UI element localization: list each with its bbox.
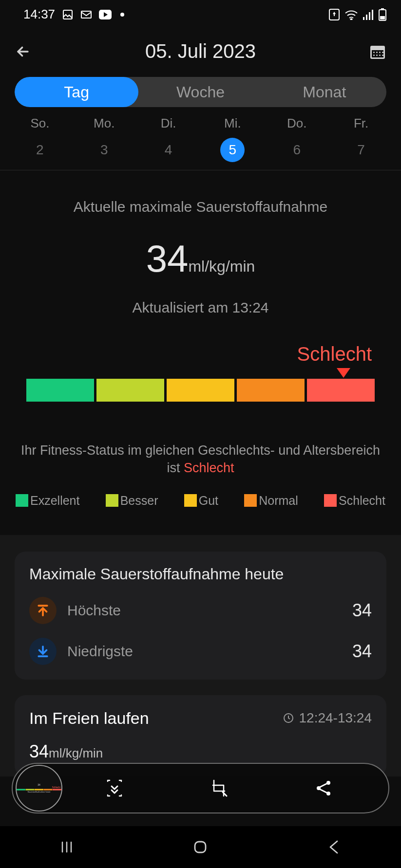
day-num: 4 xyxy=(156,138,181,162)
day-col[interactable]: Do. 6 xyxy=(265,116,329,162)
crop-edit-button[interactable] xyxy=(209,778,229,798)
vo2-updated: Aktualisiert am 13:24 xyxy=(15,299,386,316)
svg-point-17 xyxy=(382,52,383,53)
day-col[interactable]: Mi. 5 xyxy=(200,116,265,162)
legend-label: Gut xyxy=(199,494,218,508)
rating-legend: Exzellent Besser Gut Normal Schlecht xyxy=(0,494,401,508)
day-num: 7 xyxy=(349,138,373,162)
svg-rect-5 xyxy=(363,17,364,20)
activity-value-num: 34 xyxy=(29,741,49,761)
today-vo2-card: Maximale Sauerstoffaufnahme heute Höchst… xyxy=(15,552,386,680)
fitness-status-text: Ihr Fitness-Status im gleichen Geschlech… xyxy=(0,442,401,477)
svg-point-20 xyxy=(379,55,381,56)
svg-point-14 xyxy=(373,52,375,53)
rating-section: Schlecht xyxy=(0,343,401,402)
svg-rect-6 xyxy=(366,15,367,20)
clock-icon xyxy=(283,712,294,724)
status-time: 14:37 xyxy=(23,7,55,22)
day-col[interactable]: So. 2 xyxy=(8,116,72,162)
activity-time-text: 12:24-13:24 xyxy=(299,710,372,726)
battery-icon xyxy=(379,8,386,21)
day-col[interactable]: Di. 4 xyxy=(136,116,201,162)
youtube-icon xyxy=(99,10,112,19)
home-button[interactable] xyxy=(191,838,209,856)
scroll-capture-button[interactable] xyxy=(105,778,124,798)
day-abbr: Mo. xyxy=(94,116,115,131)
day-abbr: Mi. xyxy=(224,116,241,131)
svg-rect-1 xyxy=(81,11,91,18)
nav-back-button[interactable] xyxy=(325,838,343,856)
row-value: 34 xyxy=(352,641,372,662)
day-col[interactable]: Mo. 3 xyxy=(72,116,136,162)
today-card-title: Maximale Sauerstoffaufnahme heute xyxy=(29,565,372,583)
row-value: 34 xyxy=(352,600,372,621)
arrow-up-icon xyxy=(29,597,57,624)
svg-rect-8 xyxy=(372,10,373,20)
day-selector: So. 2 Mo. 3 Di. 4 Mi. 5 Do. 6 Fr. 7 xyxy=(0,107,401,162)
screenshot-thumbnail[interactable]: 34 Schlecht Sauerstoffaufnahme heute xyxy=(16,765,62,812)
rating-bar xyxy=(26,379,375,402)
legend-sw-good xyxy=(184,494,197,507)
vo2-value: 34 xyxy=(146,237,189,280)
activity-time: 12:24-13:24 xyxy=(283,710,372,726)
recent-apps-button[interactable] xyxy=(58,838,76,856)
rating-seg-excellent xyxy=(26,379,94,402)
activity-value-unit: ml/kg/min xyxy=(49,746,103,760)
tab-day[interactable]: Tag xyxy=(15,77,138,107)
rating-seg-bad xyxy=(307,379,375,402)
vo2-section: Aktuelle maximale Sauerstoffaufnahme 34m… xyxy=(0,170,401,316)
android-navbar xyxy=(0,826,401,868)
row-highest: Höchste 34 xyxy=(29,597,372,624)
legend-sw-better xyxy=(106,494,118,507)
legend-label: Besser xyxy=(120,494,158,508)
rating-seg-better xyxy=(96,379,164,402)
day-num: 5 xyxy=(220,138,245,162)
tab-week[interactable]: Woche xyxy=(138,77,262,107)
rating-label: Schlecht xyxy=(26,343,375,365)
day-num: 3 xyxy=(92,138,116,162)
wifi-icon xyxy=(344,9,358,20)
signal-icon xyxy=(363,9,374,20)
day-abbr: Do. xyxy=(287,116,306,131)
status-value: Schlecht xyxy=(184,461,234,475)
panel-area: Maximale Sauerstoffaufnahme heute Höchst… xyxy=(0,535,401,776)
legend-label: Schlecht xyxy=(339,494,385,508)
back-button[interactable] xyxy=(15,43,36,60)
recycle-icon xyxy=(329,9,340,20)
legend-sw-excellent xyxy=(16,494,28,507)
activity-title: Im Freien laufen xyxy=(29,709,149,728)
legend-label: Exzellent xyxy=(30,494,79,508)
row-lowest: Niedrigste 34 xyxy=(29,638,372,665)
page-title: 05. Juli 2023 xyxy=(36,40,365,62)
svg-rect-0 xyxy=(63,10,72,19)
calendar-button[interactable] xyxy=(365,43,386,60)
dot-icon xyxy=(120,13,124,17)
rating-seg-good xyxy=(167,379,234,402)
share-button[interactable] xyxy=(314,778,333,798)
svg-point-15 xyxy=(376,52,378,53)
svg-point-19 xyxy=(376,55,378,56)
row-label: Höchste xyxy=(67,602,352,619)
legend-label: Normal xyxy=(259,494,298,508)
day-abbr: Fr. xyxy=(354,116,368,131)
svg-point-21 xyxy=(382,55,383,56)
arrow-down-icon xyxy=(29,638,57,665)
vo2-unit: ml/kg/min xyxy=(188,258,255,275)
day-num: 2 xyxy=(28,138,52,162)
mail-icon xyxy=(80,9,92,20)
status-bar: 14:37 xyxy=(0,0,401,27)
vo2-title: Aktuelle maximale Sauerstoffaufnahme xyxy=(15,199,386,215)
svg-point-18 xyxy=(373,55,375,56)
svg-rect-13 xyxy=(372,50,383,57)
legend-sw-normal xyxy=(244,494,257,507)
tab-month[interactable]: Monat xyxy=(263,77,386,107)
svg-point-16 xyxy=(379,52,381,53)
day-abbr: So. xyxy=(30,116,49,131)
day-abbr: Di. xyxy=(161,116,176,131)
legend-sw-bad xyxy=(324,494,337,507)
image-icon xyxy=(62,9,74,20)
svg-rect-7 xyxy=(369,12,370,20)
app-header: 05. Juli 2023 xyxy=(0,27,401,74)
day-num: 6 xyxy=(285,138,309,162)
day-col[interactable]: Fr. 7 xyxy=(329,116,393,162)
